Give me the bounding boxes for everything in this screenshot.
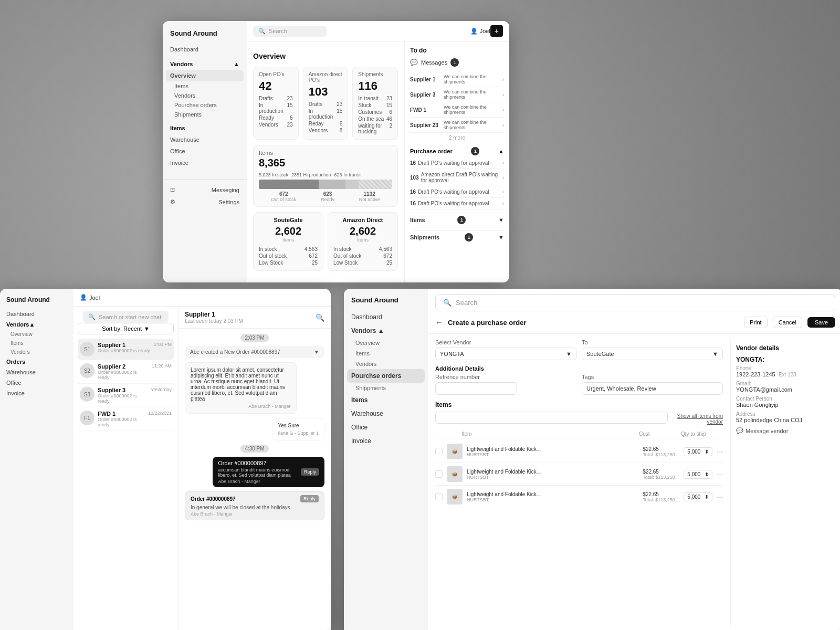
- open-pos-vendors: Vendors23: [259, 121, 293, 128]
- br-item-row-2: 📦 Lightweight and Foldable Kick... HURTS…: [435, 463, 723, 486]
- br-nav-invoice[interactable]: Invoice: [344, 434, 428, 448]
- purchase-item-3[interactable]: 16 Draft PO's waiting for approval ›: [410, 186, 504, 198]
- todo-messages[interactable]: 💬 Messages 1: [410, 58, 504, 67]
- purchase-title: Purchase order 1 ▲: [410, 147, 504, 155]
- br-ref-input[interactable]: [435, 382, 517, 395]
- order-message-1: Order #000000897 accumsan blandit mauris…: [213, 457, 324, 487]
- bl-chat-supplier2[interactable]: S2 Supplier 2 Order #0000002 is ready 11…: [78, 360, 174, 384]
- shipments-card: Shipments 116 In transit23 Stuck15 Custo…: [352, 67, 398, 140]
- br-items-filter-input[interactable]: [435, 412, 668, 424]
- bl-nav-vendors-item[interactable]: Vendors: [0, 348, 74, 356]
- open-pos-title: Open PO's: [259, 71, 293, 77]
- message-icon: 💬: [410, 59, 418, 66]
- todo-fwd1[interactable]: FWD 1 We can combine the shipments ›: [410, 102, 504, 118]
- tp-search-box[interactable]: 🔍 Search: [253, 26, 327, 37]
- avatar-fwd1: F1: [80, 411, 94, 425]
- amazon-pos-title: Amazon direct PO's: [309, 71, 343, 83]
- tp-nav-dashboard[interactable]: Dashboard: [163, 44, 247, 55]
- tp-nav-vendors[interactable]: Vendors: [163, 91, 247, 100]
- br-item-check-1[interactable]: [435, 448, 443, 455]
- bl-content: 🔍 Search or start new chat Sort by: Rece…: [74, 307, 331, 630]
- bl-nav-invoice[interactable]: Invoice: [0, 388, 74, 398]
- br-message-vendor-btn[interactable]: 💬 Message vendor: [736, 427, 830, 434]
- shipments-section-row[interactable]: Shipments 1 ▼: [410, 230, 504, 244]
- br-nav-office[interactable]: Office: [344, 421, 428, 434]
- bl-nav-warehouse[interactable]: Warehouse: [0, 367, 74, 377]
- items-section-row[interactable]: Items 1 ▼: [410, 213, 504, 227]
- tp-nav-shipments[interactable]: Shipments: [163, 110, 247, 119]
- br-item-check-3[interactable]: [435, 493, 443, 500]
- search-icon-br: 🔍: [443, 299, 452, 307]
- add-button[interactable]: +: [490, 25, 503, 37]
- br-vendor-select[interactable]: YONGTA ▼: [435, 348, 576, 360]
- br-item-more-3[interactable]: ···: [717, 492, 723, 501]
- bl-chat-supplier3[interactable]: S3 Supplier 3 Order #0000002 is ready Ye…: [78, 384, 174, 407]
- br-back-button[interactable]: ←: [435, 318, 443, 327]
- br-item-check-2[interactable]: [435, 470, 443, 478]
- br-item-qty-2[interactable]: 5,000 ⬍: [684, 470, 712, 479]
- br-tags-label: Tags: [582, 374, 723, 380]
- bl-active-chat-name: Supplier 1: [185, 311, 243, 318]
- tp-nav-office[interactable]: Office: [163, 145, 247, 157]
- br-vendor-details: Vendor details YONGTA: Phone: 1922-223-1…: [730, 339, 835, 625]
- amazon-pos-number: 103: [309, 85, 343, 99]
- tp-nav-invoice[interactable]: Invoice: [163, 157, 247, 169]
- reply-button-2[interactable]: Reply: [300, 495, 319, 502]
- br-nav-dashboard[interactable]: Dashboard: [344, 310, 428, 324]
- open-pos-drafts: Drafts23: [259, 95, 293, 102]
- br-items-header: Item Cost Qty to ship: [435, 430, 723, 438]
- br-show-all-link[interactable]: Show all items from vendor: [672, 413, 723, 425]
- br-vd-phone: 1922-223-1245 Ext 123: [736, 371, 830, 377]
- br-nav-overview[interactable]: Overview: [344, 338, 428, 348]
- br-to-label: To: [582, 339, 723, 345]
- reply-button-1[interactable]: Reply: [301, 468, 319, 476]
- sort-chevron-icon: ▼: [144, 326, 150, 332]
- br-vd-contact-label: Contact Person: [736, 396, 830, 402]
- br-nav-vendors-item[interactable]: Vendors: [344, 359, 428, 369]
- br-search-bar[interactable]: 🔍 Search: [435, 294, 835, 311]
- br-tags-input[interactable]: [582, 382, 723, 395]
- br-item-more-2[interactable]: ···: [717, 470, 723, 478]
- purchase-item-2[interactable]: 103 Amazon direct Draft PO's waiting for…: [410, 169, 504, 186]
- br-item-qty-1[interactable]: 5,000 ⬍: [684, 447, 712, 456]
- tp-nav-items[interactable]: Items: [163, 81, 247, 91]
- br-cancel-button[interactable]: Cancel: [773, 317, 802, 328]
- br-print-button[interactable]: Print: [744, 317, 768, 328]
- tp-nav-purchase-orders[interactable]: Pourchse orders: [163, 100, 247, 110]
- br-nav-warehouse[interactable]: Warehouse: [344, 407, 428, 421]
- bl-nav-items[interactable]: Items: [0, 339, 74, 348]
- tp-nav-settings[interactable]: ⚙ Settings: [163, 196, 247, 208]
- br-nav-shipments[interactable]: Shippments: [344, 383, 428, 393]
- chevron-down-icon: ▼: [314, 349, 319, 355]
- br-ref-tags-row: Refrence number Tags: [435, 374, 723, 395]
- todo-supplier-1[interactable]: Supplier 1 We can combine the shipments …: [410, 72, 504, 87]
- br-save-button[interactable]: Save: [807, 317, 835, 328]
- br-items-title: Items: [435, 401, 723, 408]
- bl-search-input[interactable]: 🔍 Search or start new chat: [83, 311, 169, 323]
- purchase-item-1[interactable]: 16 Draft PO's waiting for approval ›: [410, 158, 504, 169]
- bl-chat-fwd1[interactable]: F1 FWD 1 Order #0000002 is ready 12/22/2…: [78, 407, 174, 431]
- tp-header: 🔍 Search 👤 Joel +: [247, 21, 509, 41]
- avatar-supplier2: S2: [80, 363, 94, 378]
- bl-nav-dashboard[interactable]: Dashboard: [0, 309, 74, 319]
- purchase-item-4[interactable]: 16 Draft PO's waiting for approval ›: [410, 198, 504, 209]
- bl-sort-button[interactable]: Sort by: Recent ▼: [78, 323, 174, 334]
- bl-nav-overview[interactable]: Overview: [0, 330, 74, 339]
- todo-more[interactable]: 2 more: [410, 133, 504, 143]
- amazon-pos-card: Amazon direct PO's 103 Drafts23 In produ…: [303, 67, 349, 140]
- br-nav-purchase-orders[interactable]: Pourchse orders: [347, 369, 425, 383]
- todo-supplier-23[interactable]: Supplier 23 We can combine the shipments…: [410, 118, 504, 133]
- open-pos-card: Open PO's 42 Drafts23 In production15 Re…: [253, 67, 299, 140]
- tp-nav-messaging[interactable]: ⊡ Messeging: [163, 184, 247, 196]
- tp-nav-warehouse[interactable]: Warehouse: [163, 134, 247, 145]
- search-icon: 🔍: [258, 28, 266, 35]
- br-item-more-1[interactable]: ···: [717, 447, 723, 456]
- br-to-select[interactable]: SouteGate ▼: [582, 348, 723, 360]
- chat-search-icon[interactable]: 🔍: [316, 313, 324, 322]
- tp-nav-overview[interactable]: Overview: [166, 70, 244, 81]
- bl-chat-supplier1[interactable]: S1 Supplier 1 Order #0000002 is ready 2:…: [78, 339, 174, 360]
- bl-nav-office[interactable]: Office: [0, 377, 74, 388]
- br-nav-items-v[interactable]: Items: [344, 348, 428, 359]
- br-item-qty-3[interactable]: 5,000 ⬍: [684, 492, 712, 501]
- todo-supplier-3[interactable]: Supplier 3 We can combine the shipments …: [410, 87, 504, 102]
